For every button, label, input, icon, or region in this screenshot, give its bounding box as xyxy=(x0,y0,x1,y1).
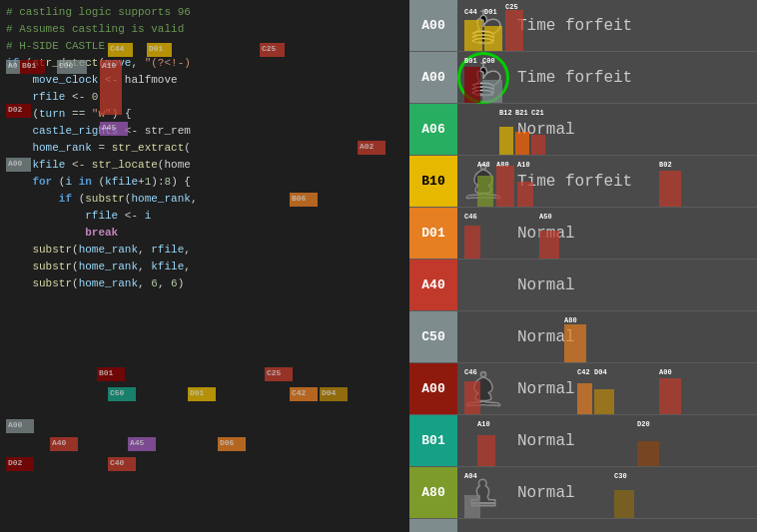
chess-row-b10: B10 Time forfeit A48 A80 B02 A10 xyxy=(409,156,757,208)
bar-label-d20: D20 xyxy=(637,420,650,428)
row-label-c50: C50 xyxy=(409,311,457,362)
block-d06: D06 xyxy=(218,437,246,451)
row-status-a80: Normal xyxy=(509,484,757,502)
row-status-c50: Normal xyxy=(509,328,757,346)
block-c25-bot: C25 xyxy=(265,367,293,381)
chess-row-a84: A84 Normal xyxy=(409,519,757,532)
bar-label-c42: C42 xyxy=(577,368,590,376)
block-d04: D04 xyxy=(320,387,348,401)
row-status-a00-2: Time forfeit xyxy=(509,69,757,87)
chess-row-b01: B01 Normal A10 D20 xyxy=(409,415,757,467)
row-label-a00-2: A00 xyxy=(409,52,457,103)
block-a40: A40 xyxy=(50,437,78,451)
row-label-b10: B10 xyxy=(409,156,457,207)
chess-piece-empty-6 xyxy=(457,519,509,532)
chess-row-d01: D01 Normal C46 A50 xyxy=(409,208,757,260)
chess-row-a00-2: A00 Time forfeit B01 C00 xyxy=(409,52,757,104)
block-d01-bot: D01 xyxy=(188,387,216,401)
block-b01-bot: B01 xyxy=(97,367,125,381)
chess-row-a40: A40 Normal xyxy=(409,260,757,311)
block-c50-bot: C50 xyxy=(108,387,136,401)
row-label-a00-3: A00 xyxy=(409,363,457,414)
block-d02-bot: D02 xyxy=(6,457,34,471)
bar-label-b02-r4: B02 xyxy=(659,161,672,169)
chess-row-a00-3: A00 Normal C46 C42 D04 A00 xyxy=(409,363,757,415)
row-label-a06: A06 xyxy=(409,104,457,155)
row-status-a00-1: Time forfeit xyxy=(509,17,757,35)
chess-piece-bishop-2 xyxy=(457,363,509,415)
chess-piece-empty-4 xyxy=(457,311,509,363)
code-editor: # castling logic supports 96 # Assumes c… xyxy=(0,0,409,532)
row-label-a40: A40 xyxy=(409,260,457,310)
row-label-b01: B01 xyxy=(409,415,457,466)
chess-row-a00-1: A00 Time forfeit C44 D01 C25 xyxy=(409,0,757,52)
row-status-d01: Normal xyxy=(509,225,757,243)
block-a00-bot: A00 xyxy=(6,419,34,433)
row-label-a84: A84 xyxy=(409,519,457,532)
row-status-b10: Time forfeit xyxy=(509,173,757,191)
circle-indicator xyxy=(457,52,509,104)
row-status-b01: Normal xyxy=(509,432,757,450)
row-status-a40: Normal xyxy=(509,276,757,294)
bar-label-c21: C21 xyxy=(531,109,544,117)
bar-label-c30: C30 xyxy=(614,472,627,480)
block-a45-bot: A45 xyxy=(128,437,156,451)
chess-piece-empty-1 xyxy=(457,104,509,156)
chess-row-a06: A06 Normal B12 B21 C21 xyxy=(409,104,757,156)
row-label-d01: D01 xyxy=(409,208,457,259)
code-text: # castling logic supports 96 # Assumes c… xyxy=(0,0,409,296)
bar-label-d04: D04 xyxy=(594,368,607,376)
chess-piece-empty-3 xyxy=(457,260,509,311)
chess-piece-bishop-1 xyxy=(457,156,509,208)
block-c40: C40 xyxy=(108,457,136,471)
chess-piece-empty-5 xyxy=(457,415,509,467)
row-status-a06: Normal xyxy=(509,121,757,139)
chess-piece-empty-2 xyxy=(457,208,509,260)
right-panel: A00 Time forfeit C44 D01 C25 A00 xyxy=(409,0,757,532)
row-label-a00-1: A00 xyxy=(409,0,457,51)
bar-label-a10-r4: A10 xyxy=(517,161,530,169)
bar-label-a80-r7: A80 xyxy=(564,316,577,324)
bar-label-a50: A50 xyxy=(539,213,552,221)
chess-piece-king-1 xyxy=(457,0,509,52)
chess-row-a80: A80 Normal A04 C30 xyxy=(409,467,757,519)
block-c42: C42 xyxy=(290,387,318,401)
chess-row-c50: C50 Normal A80 xyxy=(409,311,757,363)
bar-label-a00-r8: A00 xyxy=(659,368,672,376)
row-label-a80: A80 xyxy=(409,467,457,518)
chess-piece-pawn-1 xyxy=(457,467,509,519)
row-status-a00-3: Normal xyxy=(509,380,757,398)
chess-piece-king-2 xyxy=(457,52,509,104)
bar-label-b21: B21 xyxy=(515,109,528,117)
